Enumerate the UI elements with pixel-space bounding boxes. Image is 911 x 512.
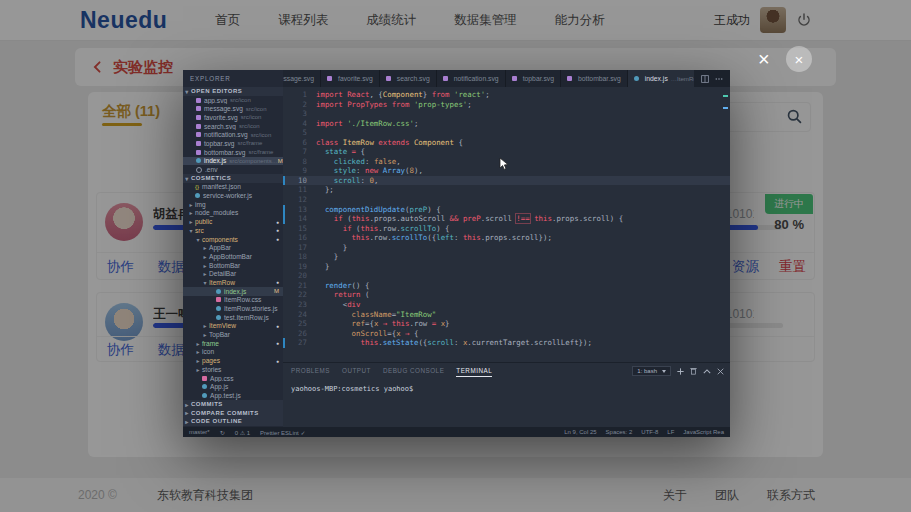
code-line: 18 } [283,252,730,262]
section-compare-commits[interactable]: ▸COMPARE COMMITS [183,408,283,417]
twisty-icon: ▸ [201,270,209,277]
js-file-icon [195,193,200,198]
folder-ItemRow[interactable]: ▾ItemRow● [183,278,283,287]
folder-icon[interactable]: ▸icon [183,348,283,357]
more-actions-icon[interactable] [715,75,723,83]
terminal-panel: PROBLEMSOUTPUTDEBUG CONSOLETERMINAL 1: b… [283,362,730,428]
folder-DetailBar[interactable]: ▸DetailBar [183,269,283,278]
css-file-icon [216,297,221,302]
git-change-dot: ● [276,340,283,346]
status-item[interactable]: Ln 9, Col 25 [564,429,596,435]
panel-tab-terminal[interactable]: TERMINAL [456,367,492,377]
open-editor-topbar.svg[interactable]: topbar.svgsrc/frame [183,139,283,148]
open-editor-bottombar.svg[interactable]: bottombar.svgsrc/frame [183,148,283,157]
open-editors-header[interactable]: ▾OPEN EDITORS [183,87,283,96]
open-editor-notification.svg[interactable]: notification.svgsrc/icon [183,130,283,139]
editor-tab-notification.svg[interactable]: notification.svg [437,70,506,87]
file-ItemRow.css[interactable]: ItemRow.css [183,296,283,305]
status-item[interactable]: ↻ [220,429,225,436]
panel-tab-problems[interactable]: PROBLEMS [291,367,330,377]
file-App.test.js[interactable]: App.test.js [183,391,283,400]
open-editor-message.svg[interactable]: message.svgsrc/icon [183,104,283,113]
code-line: 23 <div [283,300,730,310]
folder-AppBottomBar[interactable]: ▸AppBottomBar [183,252,283,261]
folder-stories[interactable]: ▸stories [183,365,283,374]
status-item[interactable]: UTF-8 [641,429,658,435]
file-ItemRow.stories.js[interactable]: ItemRow.stories.js [183,304,283,313]
line-number: 19 [283,262,316,272]
folder-ItemView[interactable]: ▸ItemView● [183,322,283,331]
folder-nodemodules[interactable]: ▸node_modules [183,209,283,218]
close-panel-icon[interactable] [717,368,724,375]
status-item[interactable]: Prettier ESLint ✓ [260,429,305,436]
section-label: CODE OUTLINE [191,418,242,424]
open-editor-index.js[interactable]: index.jssrc/components…M [183,157,283,166]
open-editor-favorite.svg[interactable]: favorite.svgsrc/icon [183,113,283,122]
folder-src[interactable]: ▾src● [183,226,283,235]
terminal-shell-select[interactable]: 1: bash [632,366,671,376]
status-item[interactable]: JavaScript Rea [683,429,724,435]
folder-BottomBar[interactable]: ▸BottomBar [183,261,283,270]
file-test.ItemRow.js[interactable]: test.ItemRow.js [183,313,283,322]
folder-public[interactable]: ▸public● [183,217,283,226]
kill-terminal-icon[interactable] [690,367,697,375]
open-editor-search.svg[interactable]: search.svgsrc/icon [183,122,283,131]
editor-tab-search.svg[interactable]: search.svg [380,70,437,87]
line-number: 24 [283,310,316,320]
panel-tab-debug-console[interactable]: DEBUG CONSOLE [383,367,444,377]
status-item[interactable]: 0 ⚠ 1 [235,429,250,436]
split-editor-icon[interactable] [701,75,709,83]
code-line: 20 [283,271,730,281]
item-name: pages [202,357,220,364]
modal-close-circle-icon[interactable]: × [786,46,812,72]
section-code-outline[interactable]: ▸CODE OUTLINE [183,417,283,426]
status-item[interactable]: master* [189,429,210,436]
line-number: 18 [283,252,316,262]
file-path: src/frame [248,149,273,155]
line-number: 7 [283,147,316,157]
line-number: 3 [283,109,316,119]
folder-components[interactable]: ▾components● [183,235,283,244]
code-line: 26 onScroll={x ⇒ { [283,329,730,339]
file-App.js[interactable]: App.js [183,382,283,391]
editor-tab-index.js[interactable]: index.js…ItemRow× [628,70,694,87]
folder-AppBar[interactable]: ▸AppBar [183,243,283,252]
code-editor[interactable]: 1import React, {Component} from 'react';… [283,87,730,365]
js-file-icon [196,158,201,163]
twisty-icon: ▸ [194,366,202,373]
modal-close-icon[interactable]: × [752,47,776,71]
file-manifest.json[interactable]: {}manifest.json [183,183,283,192]
item-name: App.test.js [210,392,241,399]
vscode-tabbar: EXPLORER message.svgfavorite.svgsearch.s… [183,70,730,87]
project-root-header[interactable]: ▾COSMETICS [183,174,283,183]
file-path: src/icon [239,123,260,129]
panel-tab-output[interactable]: OUTPUT [342,367,371,377]
open-editor-.env[interactable]: .env [183,165,283,174]
js-file-icon [202,384,207,389]
editor-tab-bottombar.svg[interactable]: bottombar.svg [561,70,628,87]
status-item[interactable]: Spaces: 2 [606,429,633,435]
folder-img[interactable]: ▸img [183,200,283,209]
terminal-prompt[interactable]: yaohoos-MBP:cosmetics yaohoo$ [283,377,730,393]
folder-TopBar[interactable]: ▸TopBar [183,330,283,339]
item-name: AppBottomBar [209,253,252,260]
code-line: 15 if (this.row.scrollTo) { [283,224,730,234]
editor-tab-favorite.svg[interactable]: favorite.svg [321,70,380,87]
file-serviceworker.js[interactable]: service-worker.js [183,191,283,200]
editor-tab-message.svg[interactable]: message.svg [283,70,321,87]
status-item[interactable]: LF [667,429,674,435]
file-index.js[interactable]: index.jsM [183,287,283,296]
file-name: topbar.svg [204,140,234,147]
new-terminal-icon[interactable] [677,368,684,375]
folder-frame[interactable]: ▸frame● [183,339,283,348]
twisty-icon: ▸ [201,331,209,338]
maximize-panel-icon[interactable] [703,368,711,375]
editor-tab-topbar.svg[interactable]: topbar.svg [506,70,561,87]
folder-pages[interactable]: ▸pages● [183,356,283,365]
code-line: 10 scroll: 0, [283,176,730,186]
tab-label: search.svg [397,75,430,82]
open-editor-app.svg[interactable]: app.svgsrc/icon [183,96,283,105]
section-commits[interactable]: ▸COMMITS [183,400,283,409]
file-App.css[interactable]: App.css [183,374,283,383]
code-lines: 1import React, {Component} from 'react';… [283,90,730,348]
